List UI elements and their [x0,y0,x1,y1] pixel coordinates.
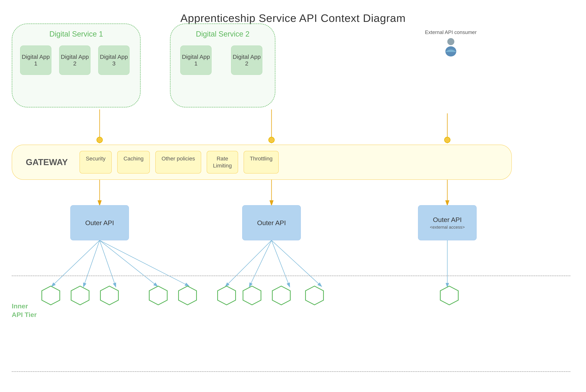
outer-api-3-sub: <external access> [430,225,465,230]
policy-security: Security [79,151,112,174]
svg-marker-24 [178,286,196,305]
policy-rate-limiting: RateLimiting [207,151,238,174]
gateway-bar: GATEWAY Security Caching Other policies … [12,144,512,180]
dashed-separator [12,276,570,276]
hex-9 [305,285,324,308]
svg-line-8 [100,240,115,285]
hex-8 [272,285,291,308]
svg-marker-21 [71,286,89,305]
junction-dot-1 [96,137,103,143]
ds2-app-1: Digital App 1 [180,46,212,75]
svg-line-10 [100,240,187,285]
outer-api-2: Outer API [242,205,301,240]
ds1-app-1: Digital App 1 [20,46,51,75]
digital-service-1-cloud: Digital Service 1 Digital App 1 Digital … [12,24,141,108]
junction-dot-2 [268,137,275,143]
svg-marker-23 [149,286,167,305]
hex-7 [242,285,262,308]
svg-marker-26 [243,286,261,305]
svg-line-12 [250,240,272,285]
hex-6 [217,285,236,308]
policy-caching: Caching [117,151,150,174]
junction-dot-3 [444,137,451,143]
hex-5 [178,285,197,308]
inner-api-tier-label: Inner API Tier [12,293,37,319]
svg-marker-25 [218,286,236,305]
ds2-app-2: Digital App 2 [231,46,262,75]
diagram-container: Apprenticeship Service API Context Diagr… [0,0,586,392]
outer-api-1: Outer API [70,205,129,240]
svg-line-13 [272,240,289,285]
hex-2 [70,285,90,308]
svg-point-18 [447,38,454,45]
outer-api-3: Outer API <external access> [418,205,477,240]
digital-service-2-cloud: Digital Service 2 Digital App 1 Digital … [170,24,275,108]
svg-marker-29 [440,286,458,305]
hex-10 [440,285,459,308]
digital-service-1-label: Digital Service 1 [49,30,103,38]
external-consumer-label: External API consumer [425,29,477,35]
digital-service-2-label: Digital Service 2 [196,30,250,38]
ds1-app-2: Digital App 2 [59,46,90,75]
svg-marker-27 [272,286,290,305]
svg-marker-22 [100,286,118,305]
ds1-app-3: Digital App 3 [98,46,129,75]
gateway-label: GATEWAY [26,157,68,167]
policy-pills: Security Caching Other policies RateLimi… [79,151,279,174]
page-title: Apprenticeship Service API Context Diagr… [0,0,586,24]
svg-marker-28 [306,286,323,305]
svg-line-9 [100,240,156,285]
svg-line-6 [53,240,100,285]
svg-line-11 [227,240,272,285]
hex-4 [148,285,168,308]
hex-1 [41,285,60,308]
person-icon [425,37,477,57]
policy-other: Other policies [155,151,201,174]
bottom-dashed-line [12,371,570,372]
svg-line-7 [84,240,100,285]
external-consumer: External API consumer [425,29,477,57]
policy-throttling: Throttling [244,151,279,174]
svg-marker-20 [42,286,60,305]
hex-3 [100,285,119,308]
svg-line-14 [272,240,320,285]
